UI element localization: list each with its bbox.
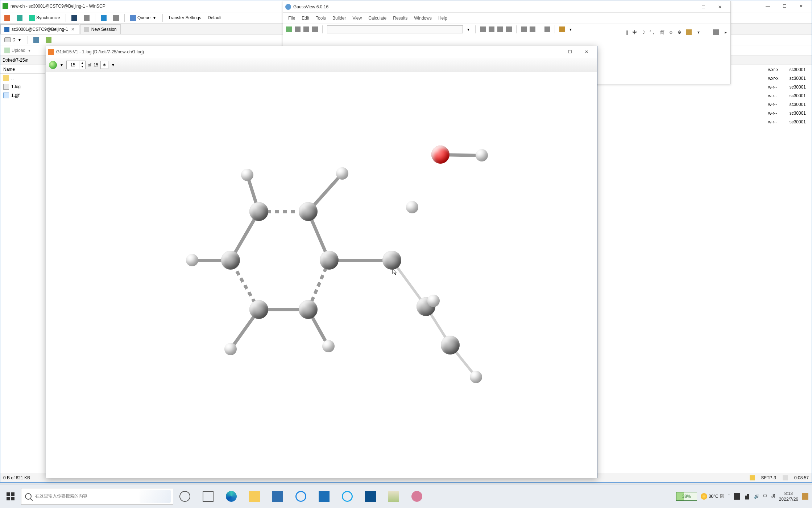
session-tab-active[interactable]: sc30001@CSTC9@Beijing-1 ✕	[0, 24, 79, 34]
chevron-right-icon[interactable]: ▸	[723, 30, 728, 35]
atom-c[interactable]	[299, 202, 318, 221]
menu-file[interactable]: File	[288, 16, 295, 21]
smile-icon[interactable]: ☺	[669, 30, 673, 35]
task-winscp[interactable]	[382, 484, 405, 508]
ime-toolbar[interactable]: ‖ 中 ☽ °， 简 ☺ ⚙ ▾ ▸	[626, 25, 728, 40]
tb-transfer-icon[interactable]	[98, 13, 109, 22]
atom-h[interactable]	[427, 295, 440, 307]
menu-results[interactable]: Results	[393, 16, 407, 21]
chevron-down-icon[interactable]: ▾	[568, 27, 573, 32]
winscp-max-button[interactable]: ☐	[776, 2, 793, 11]
atom-h[interactable]	[476, 149, 488, 161]
new-session-tab[interactable]: New Session	[80, 24, 121, 34]
spinner-up-icon[interactable]: ▲	[79, 61, 85, 65]
weather-widget[interactable]: 30°C 阴	[701, 493, 724, 500]
bond-icon[interactable]	[480, 26, 486, 32]
atom-h[interactable]	[224, 343, 237, 355]
power-icon[interactable]	[734, 493, 740, 500]
menu-view[interactable]: View	[352, 16, 362, 21]
table-row[interactable]: w-r--sc30001	[763, 83, 811, 91]
menu-help[interactable]: Help	[438, 16, 447, 21]
atom-c[interactable]	[320, 251, 339, 270]
nav-icon-1[interactable]	[31, 36, 42, 44]
atom-h[interactable]	[322, 340, 335, 352]
wifi-icon[interactable]	[744, 493, 750, 500]
builder-combo[interactable]	[327, 25, 463, 33]
action-center-icon[interactable]	[802, 493, 808, 500]
element-icon[interactable]	[286, 26, 292, 32]
ime-pin[interactable]: 拼	[771, 493, 775, 499]
chevron-down-icon[interactable]: ▾	[111, 62, 116, 67]
gview-title-bar[interactable]: GaussView 6.0.16 — ☐ ✕	[283, 1, 730, 13]
atom-h[interactable]	[186, 254, 198, 266]
queue-button[interactable]: Queue ▾	[128, 13, 160, 22]
atom-c[interactable]	[221, 251, 240, 270]
tb-icon-grid[interactable]	[2, 13, 13, 22]
chevron-down-icon[interactable]: ▾	[696, 30, 701, 35]
fragment-icon[interactable]	[303, 26, 309, 32]
chevron-down-icon[interactable]: ▾	[59, 62, 64, 67]
file-row[interactable]: ..	[0, 74, 45, 82]
gview-max-button[interactable]: ☐	[695, 3, 712, 11]
task-store[interactable]	[266, 484, 289, 508]
menu-builder[interactable]: Builder	[332, 16, 346, 21]
file-row[interactable]: 1.log	[0, 82, 45, 91]
addh-icon[interactable]	[521, 26, 527, 32]
atom-o[interactable]	[431, 146, 450, 164]
table-row[interactable]: w-r--sc30001	[763, 118, 811, 126]
volume-icon[interactable]: 🔊	[754, 494, 759, 499]
console-button[interactable]	[69, 13, 80, 22]
atom-h[interactable]	[470, 371, 482, 383]
undo-icon[interactable]	[544, 26, 550, 32]
chain-icon[interactable]	[312, 26, 318, 32]
frame-input[interactable]	[67, 61, 79, 69]
ime-tool-icon[interactable]	[686, 29, 692, 35]
atom-c[interactable]	[441, 336, 460, 355]
gview-min-button[interactable]: —	[678, 3, 695, 11]
atom-h[interactable]	[406, 201, 418, 213]
molwin-title-bar[interactable]: G1:M15:V1 - 1.log (D:/keti/7-25/new-oh/1…	[46, 46, 597, 58]
ime-jian[interactable]: 简	[660, 29, 664, 36]
center-icon[interactable]	[559, 26, 565, 32]
task-app2[interactable]	[359, 484, 382, 508]
ime-zhong[interactable]: 中	[763, 493, 767, 499]
task-view[interactable]	[196, 484, 220, 508]
atom-h[interactable]	[336, 167, 348, 180]
atom-c[interactable]	[299, 300, 318, 319]
moon-icon[interactable]: ☽	[641, 30, 645, 35]
molwin-close-button[interactable]: ✕	[578, 48, 595, 56]
task-gview[interactable]	[405, 484, 428, 508]
task-ie[interactable]	[289, 484, 312, 508]
ring-icon[interactable]	[295, 26, 301, 32]
ime-d-icon[interactable]: ‖	[626, 30, 628, 35]
animate-icon[interactable]: ✶	[100, 61, 108, 69]
tray-chevron-up-icon[interactable]: ˄	[728, 494, 730, 499]
menu-tools[interactable]: Tools	[316, 16, 326, 21]
table-row[interactable]: w-r--sc30001	[763, 101, 811, 108]
local-header-name[interactable]: Name	[0, 65, 45, 74]
task-app1[interactable]	[336, 484, 359, 508]
clean-icon[interactable]	[530, 26, 535, 32]
tb-icon-4[interactable]	[81, 13, 92, 22]
file-row[interactable]: 1.gjf	[0, 91, 45, 100]
transfer-settings-button[interactable]: Transfer Settings	[166, 14, 204, 22]
menu-calculate[interactable]: Calculate	[368, 16, 386, 21]
table-row[interactable]: w-r--sc30001	[763, 109, 811, 117]
battery-indicator[interactable]: 38%	[676, 492, 697, 501]
ime-zhong[interactable]: 中	[633, 29, 637, 36]
nav-icon-2[interactable]	[43, 36, 54, 44]
frame-spinner[interactable]: ▲ ▼	[66, 61, 86, 69]
winscp-min-button[interactable]: —	[759, 2, 776, 11]
winscp-close-button[interactable]: ✕	[793, 2, 809, 11]
gview-close-button[interactable]: ✕	[712, 3, 728, 11]
molwin-max-button[interactable]: ☐	[562, 48, 578, 56]
tab-close-icon[interactable]: ✕	[70, 27, 75, 32]
upload-button[interactable]: Upload ▾	[2, 46, 34, 55]
angle-icon[interactable]	[489, 26, 494, 32]
drive-selector[interactable]: D ▾	[2, 36, 25, 44]
molwin-min-button[interactable]: —	[545, 48, 562, 56]
gear-icon[interactable]: ⚙	[678, 30, 682, 35]
table-row[interactable]: wxr-xsc30001	[763, 66, 811, 74]
table-row[interactable]: w-r--sc30001	[763, 92, 811, 100]
atom-h[interactable]	[241, 169, 253, 181]
